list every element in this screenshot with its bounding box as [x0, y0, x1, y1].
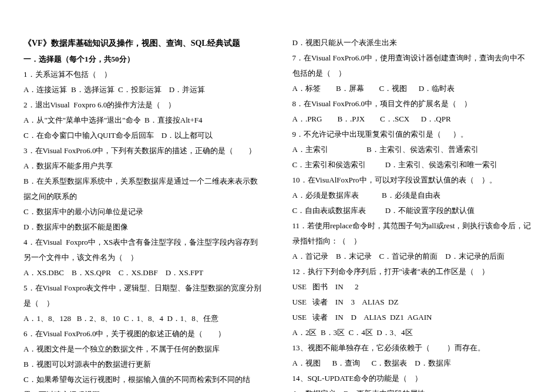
q-line: USE 读者 IN 3 ALIAS DZ: [292, 295, 532, 310]
q-line: C．在命令窗口中输入QUIT命令后回车 D．以上都可以: [23, 128, 263, 143]
document-page: 《VF》数据库基础知识及操作，视图、查询、SQL经典试题 一．选择题（每个1分，…: [23, 35, 532, 392]
q-line: 3．在Visual FoxPro6.0中，下列有关数据库的描述，正确的是（ ）: [23, 143, 263, 158]
q-line: 2．退出Visual Foxpro 6.0的操作方法是（ ）: [23, 97, 263, 113]
q-line: 10．在VisuAlFoxPro中，可以对字段设置默认值的表（ ）。: [292, 173, 532, 188]
q-line: A．连接运算 B．选择运算 C．投影运算 D．并运算: [23, 82, 263, 97]
q-line: D．数据库中的数据不能是图像: [23, 219, 263, 235]
q-line: C．数据库中的最小访问单位是记录: [23, 204, 263, 219]
q-line: A．数据定义 B．更新表中字段的属性: [292, 386, 532, 392]
q-line: A．视图文件是一个独立的数据文件，不属于任何的数据库: [23, 342, 263, 357]
q-line: A．从"文件"菜单中选择"退出"命令 B．直接按Alt+F4: [23, 113, 263, 128]
q-line: 6．在Visual FoxPro6.0中，关于视图的叙述正确的是（ ）: [23, 326, 263, 342]
q-line: A．标签 B．屏幕 C．视图 D．临时表: [292, 81, 532, 96]
q-line: A．.PRG B．.PJX C．.SCX D．.QPR: [292, 111, 532, 127]
q-line: 9．不允许记录中出现重复索引值的索引是（ ）。: [292, 127, 532, 142]
q-line: D．视图只能从一个表派生出来: [292, 35, 532, 50]
q-line: 13、视图不能单独存在，它必须依赖于（ ）而存在。: [292, 340, 532, 356]
q-line: A．首记录 B．末记录 C．首记录的前面 D．末记录的后面: [292, 249, 532, 264]
q-line: A．1、8、128 B．2、8、10 C．1、8、4 D．1、8、任意: [23, 311, 263, 326]
q-line: A．数据库不能多用户共享: [23, 158, 263, 174]
q-line: A．视图 B．查询 C．数据表 D．数据库: [292, 356, 532, 371]
q-line: 8．在Visual FoxPro6.0中，项目文件的扩展名是（ ）: [292, 96, 532, 111]
q-line: C．主索引和侯选索引 D．主索引、侯选索引和唯一索引: [292, 157, 532, 173]
q-line: A．必须是数据库表 B．必须是自由表: [292, 188, 532, 203]
q-line: B．视图可以对源表中的数据进行更新: [23, 357, 263, 372]
q-line: USE 读者 IN D ALIAS DZ1 AGAIN: [292, 310, 532, 325]
q-line: 12．执行下列命令序列后，打开"读者"表的工作区是（ ）: [292, 264, 532, 279]
q-line: C．如果希望每次运行视图时，根据输入值的不同而检索到不同的结果，可以建立远程视图: [23, 372, 263, 392]
q-line: 11．若使用replace命令时，其范围子句为all或rest，则执行该命令后，…: [292, 218, 532, 249]
q-line: 14、SQL-UPDATE命令的功能是（ ）: [292, 371, 532, 386]
right-column: D．视图只能从一个表派生出来 7．在Visual FoxPro6.0中，使用查询…: [292, 35, 532, 392]
left-column: 《VF》数据库基础知识及操作，视图、查询、SQL经典试题 一．选择题（每个1分，…: [23, 35, 263, 392]
q-line: A．主索引 B．主索引、侯选索引、普通索引: [292, 142, 532, 157]
q-line: 7．在Visual FoxPro6.0中，使用查询设计器创建查询时，查询去向中不…: [292, 50, 532, 81]
q-line: C．自由表或数据库表 D．不能设置字段的默认值: [292, 203, 532, 218]
q-line: B．在关系型数据库系统中，关系型数据库是通过一个二维表来表示数据之间的联系的: [23, 174, 263, 204]
q-line: 1．关系运算不包括（ ）: [23, 67, 263, 82]
q-line: 5．在Visual Foxpro表文件中，逻辑型、日期型、备注型数据的宽度分别是…: [23, 281, 263, 311]
q-line: A．2区 B．3区 C．4区 D．3、4区: [292, 325, 532, 340]
section-heading: 一．选择题（每个1分，共50分）: [23, 52, 263, 67]
q-line: 4．在Visual Foxpro中，XS表中含有备注型字段，备注型字段内容存到另…: [23, 235, 263, 265]
document-title: 《VF》数据库基础知识及操作，视图、查询、SQL经典试题: [23, 35, 263, 52]
q-line: A．XS.DBC B．XS.QPR C．XS.DBF D．XS.FPT: [23, 265, 263, 281]
q-line: USE 图书 IN 2: [292, 279, 532, 295]
